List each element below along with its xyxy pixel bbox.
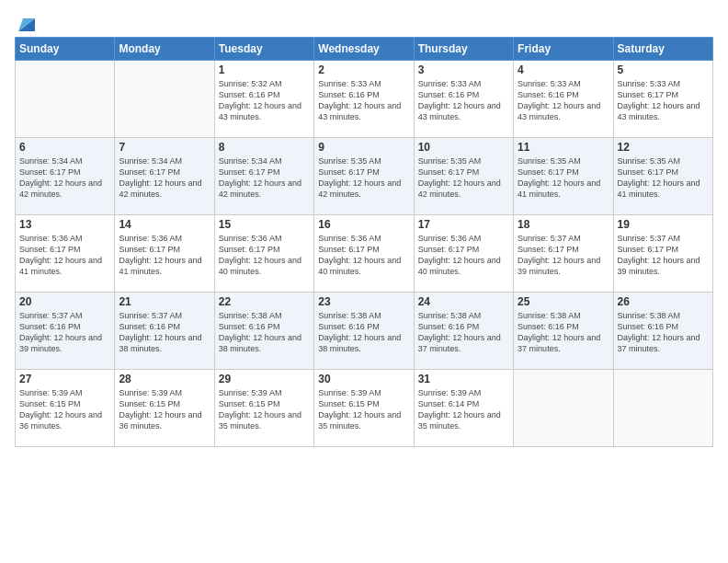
day-info: Sunrise: 5:39 AM Sunset: 6:15 PM Dayligh…	[119, 388, 204, 431]
day-number: 22	[219, 295, 310, 308]
header	[15, 11, 713, 31]
day-info: Sunrise: 5:36 AM Sunset: 6:17 PM Dayligh…	[318, 234, 404, 276]
day-number: 3	[418, 63, 509, 76]
day-number: 15	[219, 218, 310, 231]
day-number: 18	[518, 218, 609, 231]
day-number: 13	[19, 218, 110, 231]
weekday-header-sunday: Sunday	[16, 38, 115, 61]
day-info: Sunrise: 5:36 AM Sunset: 6:17 PM Dayligh…	[19, 234, 105, 276]
day-number: 5	[618, 63, 709, 76]
day-number: 31	[418, 373, 509, 385]
day-info: Sunrise: 5:38 AM Sunset: 6:16 PM Dayligh…	[618, 311, 703, 353]
week-row-3: 20Sunrise: 5:37 AM Sunset: 6:16 PM Dayli…	[16, 293, 713, 370]
day-number: 9	[318, 141, 409, 154]
day-number: 10	[418, 141, 509, 154]
day-info: Sunrise: 5:33 AM Sunset: 6:16 PM Dayligh…	[518, 79, 603, 121]
day-info: Sunrise: 5:39 AM Sunset: 6:15 PM Dayligh…	[318, 388, 404, 431]
day-cell: 23Sunrise: 5:38 AM Sunset: 6:16 PM Dayli…	[314, 293, 414, 370]
day-number: 6	[19, 141, 110, 154]
logo-icon	[18, 11, 35, 31]
day-cell	[115, 61, 214, 138]
weekday-header-tuesday: Tuesday	[214, 38, 313, 61]
day-cell: 2Sunrise: 5:33 AM Sunset: 6:16 PM Daylig…	[314, 61, 414, 138]
day-number: 12	[618, 141, 709, 154]
day-info: Sunrise: 5:39 AM Sunset: 6:15 PM Dayligh…	[219, 388, 304, 431]
day-info: Sunrise: 5:34 AM Sunset: 6:17 PM Dayligh…	[119, 156, 204, 199]
week-row-4: 27Sunrise: 5:39 AM Sunset: 6:15 PM Dayli…	[16, 370, 713, 447]
day-info: Sunrise: 5:38 AM Sunset: 6:16 PM Dayligh…	[219, 311, 304, 353]
day-info: Sunrise: 5:37 AM Sunset: 6:17 PM Dayligh…	[518, 234, 603, 276]
day-number: 1	[219, 63, 310, 76]
day-info: Sunrise: 5:37 AM Sunset: 6:17 PM Dayligh…	[618, 234, 703, 276]
day-number: 25	[518, 295, 609, 308]
weekday-header-monday: Monday	[115, 38, 214, 61]
day-cell: 6Sunrise: 5:34 AM Sunset: 6:17 PM Daylig…	[16, 138, 115, 215]
day-cell: 1Sunrise: 5:32 AM Sunset: 6:16 PM Daylig…	[214, 61, 313, 138]
day-cell: 30Sunrise: 5:39 AM Sunset: 6:15 PM Dayli…	[314, 370, 414, 447]
day-cell: 27Sunrise: 5:39 AM Sunset: 6:15 PM Dayli…	[16, 370, 115, 447]
day-info: Sunrise: 5:38 AM Sunset: 6:16 PM Dayligh…	[418, 311, 504, 353]
day-info: Sunrise: 5:37 AM Sunset: 6:16 PM Dayligh…	[19, 311, 105, 353]
day-info: Sunrise: 5:32 AM Sunset: 6:16 PM Dayligh…	[219, 79, 304, 121]
day-info: Sunrise: 5:39 AM Sunset: 6:15 PM Dayligh…	[19, 388, 105, 431]
day-number: 24	[418, 295, 509, 308]
day-number: 7	[119, 141, 210, 154]
day-info: Sunrise: 5:35 AM Sunset: 6:17 PM Dayligh…	[618, 156, 703, 199]
logo	[15, 11, 35, 31]
day-cell: 19Sunrise: 5:37 AM Sunset: 6:17 PM Dayli…	[613, 215, 712, 293]
day-info: Sunrise: 5:36 AM Sunset: 6:17 PM Dayligh…	[119, 234, 204, 276]
week-row-0: 1Sunrise: 5:32 AM Sunset: 6:16 PM Daylig…	[16, 61, 713, 138]
day-cell	[613, 370, 712, 447]
day-cell: 25Sunrise: 5:38 AM Sunset: 6:16 PM Dayli…	[514, 293, 613, 370]
day-info: Sunrise: 5:33 AM Sunset: 6:16 PM Dayligh…	[318, 79, 404, 121]
day-cell: 11Sunrise: 5:35 AM Sunset: 6:17 PM Dayli…	[514, 138, 613, 215]
day-number: 14	[119, 218, 210, 231]
day-cell: 10Sunrise: 5:35 AM Sunset: 6:17 PM Dayli…	[414, 138, 513, 215]
day-cell: 12Sunrise: 5:35 AM Sunset: 6:17 PM Dayli…	[613, 138, 712, 215]
day-number: 29	[219, 373, 310, 385]
day-cell	[514, 370, 613, 447]
day-cell: 9Sunrise: 5:35 AM Sunset: 6:17 PM Daylig…	[314, 138, 414, 215]
day-number: 4	[518, 63, 609, 76]
weekday-header-thursday: Thursday	[414, 38, 513, 61]
weekday-header-friday: Friday	[514, 38, 613, 61]
page: SundayMondayTuesdayWednesdayThursdayFrid…	[0, 0, 728, 563]
day-number: 19	[618, 218, 709, 231]
day-info: Sunrise: 5:37 AM Sunset: 6:16 PM Dayligh…	[119, 311, 204, 353]
day-info: Sunrise: 5:38 AM Sunset: 6:16 PM Dayligh…	[318, 311, 404, 353]
day-number: 23	[318, 295, 409, 308]
day-number: 26	[618, 295, 709, 308]
day-cell: 31Sunrise: 5:39 AM Sunset: 6:14 PM Dayli…	[414, 370, 513, 447]
day-info: Sunrise: 5:35 AM Sunset: 6:17 PM Dayligh…	[418, 156, 504, 199]
day-number: 8	[219, 141, 310, 154]
day-info: Sunrise: 5:34 AM Sunset: 6:17 PM Dayligh…	[219, 156, 304, 199]
day-cell: 8Sunrise: 5:34 AM Sunset: 6:17 PM Daylig…	[214, 138, 313, 215]
day-cell: 4Sunrise: 5:33 AM Sunset: 6:16 PM Daylig…	[514, 61, 613, 138]
day-info: Sunrise: 5:36 AM Sunset: 6:17 PM Dayligh…	[418, 234, 504, 276]
day-cell: 15Sunrise: 5:36 AM Sunset: 6:17 PM Dayli…	[214, 215, 313, 293]
day-cell: 26Sunrise: 5:38 AM Sunset: 6:16 PM Dayli…	[613, 293, 712, 370]
day-cell: 29Sunrise: 5:39 AM Sunset: 6:15 PM Dayli…	[214, 370, 313, 447]
calendar-table: SundayMondayTuesdayWednesdayThursdayFrid…	[15, 37, 713, 447]
day-number: 17	[418, 218, 509, 231]
day-number: 27	[19, 373, 110, 385]
day-cell: 24Sunrise: 5:38 AM Sunset: 6:16 PM Dayli…	[414, 293, 513, 370]
day-cell: 13Sunrise: 5:36 AM Sunset: 6:17 PM Dayli…	[16, 215, 115, 293]
day-number: 11	[518, 141, 609, 154]
week-row-2: 13Sunrise: 5:36 AM Sunset: 6:17 PM Dayli…	[16, 215, 713, 293]
day-number: 30	[318, 373, 409, 385]
day-info: Sunrise: 5:35 AM Sunset: 6:17 PM Dayligh…	[318, 156, 404, 199]
day-cell: 20Sunrise: 5:37 AM Sunset: 6:16 PM Dayli…	[16, 293, 115, 370]
day-cell: 21Sunrise: 5:37 AM Sunset: 6:16 PM Dayli…	[115, 293, 214, 370]
day-info: Sunrise: 5:35 AM Sunset: 6:17 PM Dayligh…	[518, 156, 603, 199]
day-number: 16	[318, 218, 409, 231]
day-cell: 7Sunrise: 5:34 AM Sunset: 6:17 PM Daylig…	[115, 138, 214, 215]
day-cell: 28Sunrise: 5:39 AM Sunset: 6:15 PM Dayli…	[115, 370, 214, 447]
day-info: Sunrise: 5:36 AM Sunset: 6:17 PM Dayligh…	[219, 234, 304, 276]
day-info: Sunrise: 5:33 AM Sunset: 6:16 PM Dayligh…	[418, 79, 504, 121]
day-cell: 17Sunrise: 5:36 AM Sunset: 6:17 PM Dayli…	[414, 215, 513, 293]
day-cell: 16Sunrise: 5:36 AM Sunset: 6:17 PM Dayli…	[314, 215, 414, 293]
week-row-1: 6Sunrise: 5:34 AM Sunset: 6:17 PM Daylig…	[16, 138, 713, 215]
day-number: 20	[19, 295, 110, 308]
day-info: Sunrise: 5:34 AM Sunset: 6:17 PM Dayligh…	[19, 156, 105, 199]
